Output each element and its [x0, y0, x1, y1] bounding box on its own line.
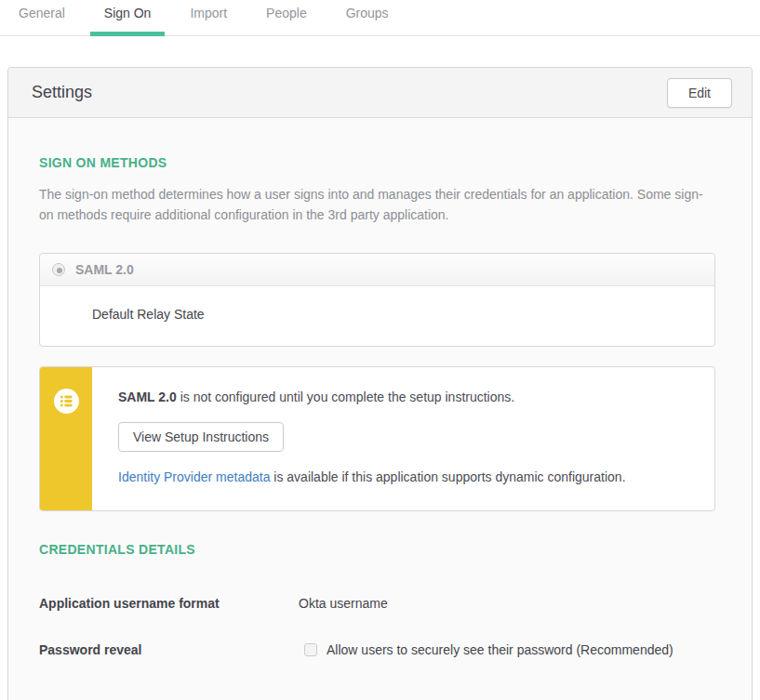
username-format-value: Okta username — [299, 596, 388, 611]
password-reveal-checkbox-label: Allow users to securely see their passwo… — [327, 642, 673, 657]
saml-method-header: SAML 2.0 — [40, 254, 714, 286]
username-format-row: Application username format Okta usernam… — [39, 596, 715, 611]
idp-metadata-line-rest: is available if this application support… — [270, 469, 625, 484]
saml-method-body: Default Relay State — [40, 286, 714, 346]
password-reveal-row: Password reveal Allow users to securely … — [39, 642, 715, 657]
sign-on-methods-heading: SIGN ON METHODS — [39, 155, 715, 170]
credentials-details-heading: CREDENTIALS DETAILS — [39, 542, 715, 557]
tab-import[interactable]: Import — [176, 0, 241, 35]
idp-metadata-line: Identity Provider metadata is available … — [118, 469, 626, 484]
callout-message: SAML 2.0 is not configured until you com… — [118, 390, 626, 404]
tab-people[interactable]: People — [252, 0, 321, 35]
app-tab-bar: General Sign On Import People Groups — [0, 0, 760, 36]
tab-groups[interactable]: Groups — [332, 0, 403, 35]
callout-message-rest: is not configured until you complete the… — [177, 390, 514, 404]
tab-sign-on[interactable]: Sign On — [90, 0, 166, 35]
password-reveal-label: Password reveal — [39, 642, 299, 657]
settings-panel-body: SIGN ON METHODS The sign-on method deter… — [8, 118, 752, 700]
identity-provider-metadata-link[interactable]: Identity Provider metadata — [118, 469, 270, 484]
tab-general[interactable]: General — [5, 0, 79, 35]
callout-method-name: SAML 2.0 — [118, 390, 177, 404]
saml-radio-button[interactable] — [52, 263, 65, 276]
saml-setup-callout: SAML 2.0 is not configured until you com… — [39, 366, 715, 511]
username-format-label: Application username format — [39, 596, 299, 611]
settings-panel: Settings Edit SIGN ON METHODS The sign-o… — [7, 67, 753, 700]
default-relay-state-label: Default Relay State — [92, 307, 205, 322]
page-title: Settings — [32, 83, 92, 102]
password-reveal-checkbox[interactable] — [304, 643, 317, 656]
callout-warning-strip — [40, 367, 92, 510]
edit-button[interactable]: Edit — [667, 78, 732, 108]
settings-panel-header: Settings Edit — [8, 68, 752, 118]
saml-method-label: SAML 2.0 — [75, 262, 134, 277]
view-setup-instructions-button[interactable]: View Setup Instructions — [118, 422, 284, 452]
bulleted-list-icon — [54, 389, 79, 417]
saml-method-box: SAML 2.0 Default Relay State — [39, 253, 715, 347]
callout-content: SAML 2.0 is not configured until you com… — [92, 367, 645, 510]
sign-on-methods-description: The sign-on method determines how a user… — [39, 184, 715, 225]
